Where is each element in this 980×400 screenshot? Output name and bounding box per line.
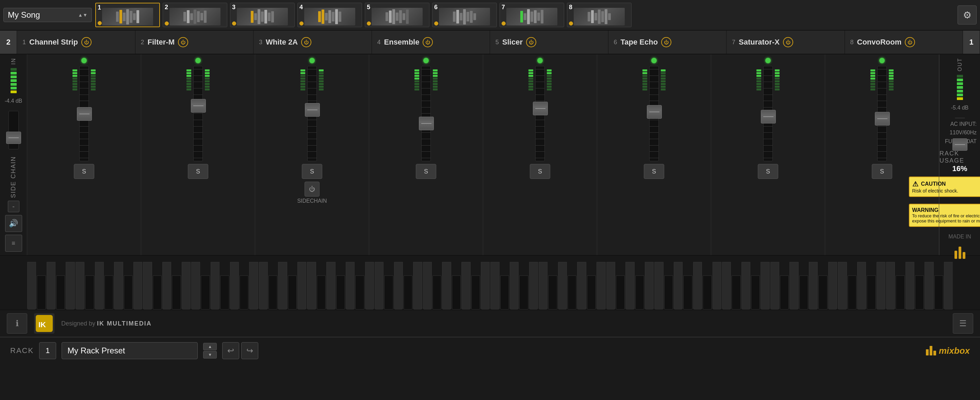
piano-key-black[interactable] [105,276,113,310]
piano-key-white[interactable] [365,262,374,310]
piano-key-white[interactable] [326,262,335,310]
slot-power-3[interactable] [232,21,236,25]
undo-button[interactable]: ↩ [222,342,239,359]
piano-key-white[interactable] [789,262,798,310]
piano-keyboard[interactable]: var keyPattern = [0,1,0,1,0,0,1,0,1,0,1,… [27,262,953,310]
piano-key-black[interactable] [153,276,162,310]
slot-power-6[interactable] [434,21,438,25]
rack-slot-1[interactable]: 1 [95,3,160,27]
rack-slot-8[interactable]: 8 [567,3,632,27]
fader-handle-5[interactable] [533,102,548,115]
piano-key-black[interactable] [384,276,393,310]
sidechain-minus-button[interactable]: - [8,201,19,212]
rack-slot-2[interactable]: 2 [163,3,227,27]
preset-arrow-down[interactable]: ▼ [203,351,217,359]
channel-power-7[interactable]: ⏻ [783,37,793,47]
fader-handle-7[interactable] [761,110,776,124]
piano-key-black[interactable] [336,276,345,310]
channel-power-6[interactable]: ⏻ [661,37,671,47]
slot-power-4[interactable] [299,21,304,25]
piano-key-white[interactable] [259,262,268,310]
slot-power-7[interactable] [501,21,506,25]
fader-track-4[interactable] [421,66,431,161]
piano-key-black[interactable] [85,276,94,310]
info-button[interactable]: ℹ [7,313,27,334]
send-button-3[interactable]: S [302,164,322,179]
piano-key-black[interactable] [799,276,808,310]
piano-key-black[interactable] [519,276,528,310]
piano-key-white[interactable] [162,262,171,310]
slot-power-5[interactable] [367,21,371,25]
send-button-6[interactable]: S [644,164,664,179]
channel-power-4[interactable]: ⏻ [423,37,433,47]
song-selector[interactable]: My Song ▲▼ [3,8,92,22]
piano-key-black[interactable] [616,276,625,310]
fader-handle-4[interactable] [419,117,434,130]
channel-power-8[interactable]: ⏻ [905,37,915,47]
rack-slot-7[interactable]: 7 [500,3,564,27]
slot-power-8[interactable] [569,21,573,25]
send-button-7[interactable]: S [758,164,778,179]
piano-key-white[interactable] [741,262,750,310]
send-button-5[interactable]: S [530,164,550,179]
piano-key-black[interactable] [201,276,210,310]
piano-key-white[interactable] [230,262,239,310]
piano-key-white[interactable] [838,262,846,310]
piano-key-white[interactable] [490,262,499,310]
piano-key-white[interactable] [27,262,36,310]
piano-key-white[interactable] [307,262,316,310]
fader-handle-6[interactable] [647,105,662,119]
send-button-2[interactable]: S [188,164,208,179]
master-fader-right[interactable] [955,118,965,118]
piano-key-black[interactable] [404,276,412,310]
piano-key-black[interactable] [317,276,326,310]
channel-power-2[interactable]: ⏻ [178,37,188,47]
master-fader-handle-left[interactable] [6,132,21,144]
piano-key-black[interactable] [568,276,576,310]
piano-key-white[interactable] [877,262,885,310]
piano-key-white[interactable] [886,262,895,310]
piano-key-black[interactable] [915,276,924,310]
piano-key-black[interactable] [288,276,297,310]
piano-key-white[interactable] [134,262,142,310]
channel-power-3[interactable]: ⏻ [301,37,311,47]
piano-key-black[interactable] [818,276,827,310]
piano-key-white[interactable] [760,262,769,310]
piano-key-black[interactable] [896,276,904,310]
piano-key-white[interactable] [539,262,547,310]
piano-key-white[interactable] [857,262,866,310]
send-button-8[interactable]: S [872,164,892,179]
piano-key-black[interactable] [751,276,760,310]
piano-key-white[interactable] [674,262,682,310]
menu-button[interactable]: ☰ [953,313,973,334]
piano-key-white[interactable] [442,262,451,310]
piano-key-black[interactable] [269,276,277,310]
speaker-button[interactable]: 🔊 [5,215,22,232]
piano-key-white[interactable] [481,262,490,310]
fader-handle-3[interactable] [305,103,320,117]
piano-key-white[interactable] [249,262,258,310]
piano-key-white[interactable] [510,262,519,310]
piano-key-black[interactable] [780,276,789,310]
piano-key-black[interactable] [433,276,441,310]
piano-key-black[interactable] [867,276,875,310]
rack-slot-3[interactable]: 3 [230,3,295,27]
send-button-4[interactable]: S [416,164,436,179]
piano-key-black[interactable] [934,276,943,310]
song-arrows[interactable]: ▲▼ [78,12,88,18]
piano-key-black[interactable] [635,276,644,310]
fader-track-7[interactable] [763,66,773,161]
piano-key-white[interactable] [375,262,383,310]
piano-key-white[interactable] [693,262,702,310]
piano-key-white[interactable] [713,262,721,310]
piano-key-black[interactable] [703,276,711,310]
piano-key-white[interactable] [346,262,355,310]
piano-key-white[interactable] [625,262,634,310]
sidechain-power-button-3[interactable]: ⏻ [305,182,320,197]
piano-key-white[interactable] [654,262,663,310]
piano-key-white[interactable] [191,262,200,310]
fader-handle-8[interactable] [875,112,890,125]
piano-key-white[interactable] [597,262,605,310]
piano-key-black[interactable] [355,276,364,310]
fader-track-5[interactable] [535,66,545,161]
